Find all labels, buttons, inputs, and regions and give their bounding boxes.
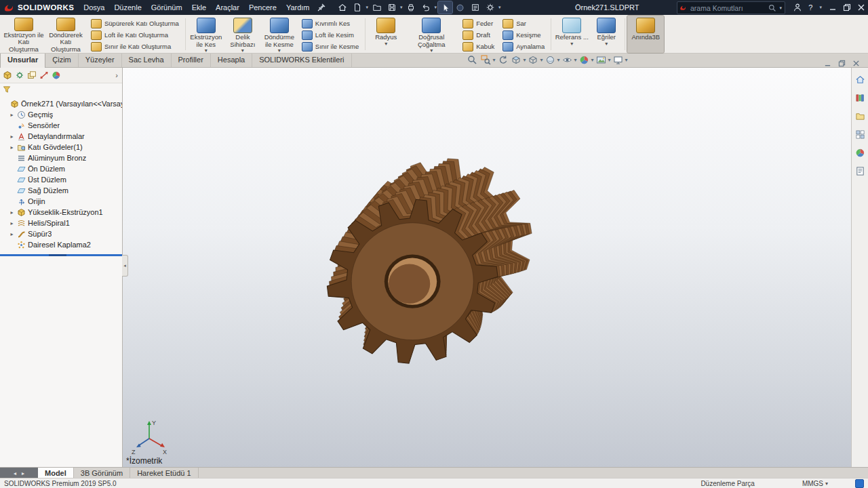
hole-wizard-caret-icon[interactable]: ▾ (241, 48, 244, 53)
orientation-caret-icon[interactable]: ▾ (540, 58, 543, 62)
property-manager-icon[interactable] (15, 70, 24, 80)
status-tag-icon[interactable] (855, 479, 864, 488)
tab-scroll-control[interactable]: ◂ ▸ (0, 468, 38, 479)
feature-manager-tree-icon[interactable] (3, 70, 12, 80)
tree-item-sensors[interactable]: Sensörler (0, 120, 122, 131)
restore-window-icon[interactable] (843, 3, 851, 12)
tab-motion-study-1[interactable]: Hareket Etüdü 1 (130, 468, 199, 479)
tree-item-sweep3[interactable]: ▸ Süpür3 (0, 228, 122, 239)
tree-item-helix-spiral1[interactable]: ▸ Helis/Spiral1 (0, 218, 122, 228)
scene-caret-icon[interactable]: ▾ (608, 58, 611, 62)
swept-boss-button[interactable]: Süpürerek Katı Oluşturma (89, 18, 181, 28)
apply-scene-icon[interactable] (595, 54, 608, 66)
file-explorer-icon[interactable] (854, 110, 866, 122)
hole-wizard-button[interactable]: Delik Sihirbazı ▾ (224, 16, 261, 53)
view-settings-icon[interactable] (612, 54, 625, 66)
wrap-button[interactable]: Sar (500, 18, 547, 28)
tree-item-boss-extrude1[interactable]: ▸ Yükseklik-Ekstrüzyon1 (0, 207, 122, 218)
home-button[interactable] (336, 1, 350, 14)
configuration-manager-icon[interactable] (27, 70, 37, 80)
edit-appearance-icon[interactable] (578, 54, 591, 66)
cut-extrude-caret-icon[interactable]: ▾ (205, 48, 208, 53)
save-button[interactable] (384, 1, 399, 14)
boss-extrude-button[interactable]: Ekstrüzyon ile Katı Oluşturma (3, 16, 45, 53)
expander-icon[interactable]: ▸ (9, 134, 15, 140)
close-window-icon[interactable] (857, 3, 865, 12)
tree-item-right-plane[interactable]: Sağ Düzlem (0, 185, 122, 196)
appearances-scenes-icon[interactable] (854, 146, 866, 159)
display-manager-icon[interactable] (52, 70, 61, 80)
menu-araclar[interactable]: Araçlar (211, 0, 244, 15)
save-caret-icon[interactable]: ▾ (400, 5, 403, 10)
rebuild-button[interactable] (453, 1, 467, 14)
section-view-icon[interactable] (510, 54, 523, 66)
new-document-caret-icon[interactable]: ▾ (366, 5, 369, 10)
search-icon[interactable] (768, 4, 776, 12)
menu-gorunum[interactable]: Görünüm (146, 0, 187, 15)
new-document-button[interactable] (351, 1, 365, 14)
units-caret-icon[interactable]: ▾ (825, 481, 828, 486)
tree-item-front-plane[interactable]: Ön Düzlem (0, 163, 122, 174)
tab-cizim[interactable]: Çizim (45, 53, 79, 67)
boundary-boss-button[interactable]: Sınır ile Katı Oluşturma (89, 41, 181, 52)
expander-icon[interactable]: ▸ (9, 144, 15, 150)
curves-caret-icon[interactable]: ▾ (605, 41, 608, 46)
shell-button[interactable]: Kabuk (460, 41, 496, 52)
help-icon[interactable]: ? (808, 3, 812, 12)
minimize-window-icon[interactable] (829, 3, 837, 12)
lofted-boss-button[interactable]: Loft ile Katı Oluşturma (89, 30, 181, 40)
tab-model[interactable]: Model (38, 468, 74, 479)
units-selector[interactable]: MMGS ▾ (802, 480, 828, 487)
revolved-cut-caret-icon[interactable]: ▾ (278, 48, 281, 53)
tab-3d-views[interactable]: 3B Görünüm (74, 468, 130, 479)
help-caret-icon[interactable]: ▾ (819, 5, 822, 10)
search-input[interactable] (689, 3, 766, 13)
rollback-bar[interactable] (0, 254, 122, 256)
expander-icon[interactable]: ▸ (9, 209, 15, 216)
expander-icon[interactable]: ▸ (9, 112, 15, 118)
pin-menu-icon[interactable] (315, 1, 329, 14)
helical-gear-model[interactable] (310, 130, 554, 374)
design-library-icon[interactable] (854, 92, 866, 104)
display-style-caret-icon[interactable]: ▾ (557, 58, 560, 62)
user-account-icon[interactable] (793, 3, 802, 12)
undo-caret-icon[interactable]: ▾ (435, 5, 437, 10)
reference-geometry-button[interactable]: Referans ... ▾ (553, 16, 590, 53)
intersect-button[interactable]: Kesişme (500, 30, 547, 40)
tab-solidworks-eklentileri[interactable]: SOLIDWORKS Eklentileri (252, 53, 351, 67)
tree-item-top-plane[interactable]: Üst Düzlem (0, 174, 122, 185)
undo-button[interactable] (419, 1, 433, 14)
fillet-caret-icon[interactable]: ▾ (384, 41, 387, 46)
tab-profiller[interactable]: Profiller (172, 53, 211, 67)
tab-unsurlar[interactable]: Unsurlar (0, 52, 45, 68)
filter-funnel-icon[interactable] (3, 85, 11, 94)
tree-item-part-root[interactable]: Örnek271 (Varsayılan<<Varsayılan>_ (0, 98, 122, 109)
expander-icon[interactable]: ▸ (9, 220, 15, 226)
mirror-button[interactable]: Aynalama (500, 41, 547, 52)
swept-cut-button[interactable]: Kıvrımlı Kes (300, 18, 361, 28)
options-caret-icon[interactable]: ▾ (498, 5, 501, 10)
tree-item-circular-pattern2[interactable]: Dairesel Kaplama2 (0, 239, 122, 250)
curves-button[interactable]: Eğriler ▾ (590, 16, 623, 53)
menu-pencere[interactable]: Pencere (244, 0, 281, 15)
revolve-boss-button[interactable]: Döndürerek Katı Oluşturma (45, 16, 87, 53)
tab-scroll-left-icon[interactable]: ◂ (14, 470, 16, 476)
custom-properties-icon[interactable] (854, 165, 866, 177)
select-tool-button[interactable] (438, 1, 452, 14)
tree-item-material[interactable]: Alüminyum Bronz (0, 152, 122, 163)
tab-scroll-right-icon[interactable]: ▸ (22, 470, 24, 476)
tree-item-annotations[interactable]: ▸ Detaylandırmalar (0, 131, 122, 142)
search-caret-icon[interactable]: ▾ (779, 5, 782, 11)
tab-strip-chevron-icon[interactable]: › (115, 71, 119, 79)
menu-yardim[interactable]: Yardım (281, 0, 315, 15)
zoom-caret-icon[interactable]: ▾ (493, 58, 496, 62)
display-style-icon[interactable] (544, 54, 557, 66)
view-palette-icon[interactable] (854, 128, 866, 140)
open-document-button[interactable] (370, 1, 384, 14)
linear-pattern-caret-icon[interactable]: ▾ (430, 48, 433, 53)
graphics-viewport[interactable]: Y X Z *İzometrik (123, 68, 852, 468)
panel-collapse-handle[interactable]: ◂ (122, 255, 128, 277)
resources-home-icon[interactable] (854, 73, 866, 85)
hide-show-items-icon[interactable] (561, 54, 574, 66)
zoom-area-icon[interactable] (479, 54, 492, 66)
